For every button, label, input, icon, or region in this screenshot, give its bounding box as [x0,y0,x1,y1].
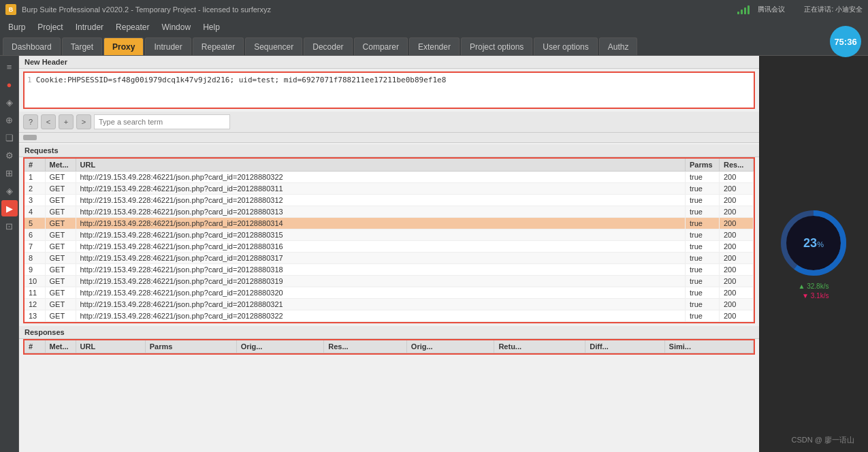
menu-help[interactable]: Help [197,21,225,33]
tab-sequencer[interactable]: Sequencer [245,37,302,55]
col-header-res: Res... [720,159,754,172]
requests-label: Requests [19,144,759,157]
tab-project-options[interactable]: Project options [461,37,532,55]
cell-url: http://219.153.49.228:46221/json.php?car… [76,276,686,287]
cell-id: 8 [25,253,45,264]
table-row[interactable]: 7 GET http://219.153.49.228:46221/json.p… [25,241,754,253]
menu-repeater[interactable]: Repeater [110,21,155,33]
cell-method: GET [45,310,76,322]
search-bar: ? < + > [19,112,759,133]
center-content: New Header 1Cookie:PHPSESSID=sf48g00i979… [19,56,759,452]
cell-parms: true [686,253,720,264]
resp-col-retu: Retu... [494,340,585,353]
tab-user-options[interactable]: User options [534,37,597,55]
menu-window[interactable]: Window [156,21,196,33]
cell-url: http://219.153.49.228:46221/json.php?car… [76,206,686,218]
resp-col-simi: Simi... [664,340,753,353]
resp-col-method: Met... [45,340,76,353]
menu-project[interactable]: Project [32,21,68,33]
tab-intruder[interactable]: Intruder [145,37,191,55]
sidebar-btn-6[interactable]: ⚙ [1,147,18,163]
table-row[interactable]: 10 GET http://219.153.49.228:46221/json.… [25,276,754,287]
tab-authz[interactable]: Authz [599,37,638,55]
add-button[interactable]: + [59,114,74,129]
main-layout: ≡ ● ◈ ⊕ ❏ ⚙ ⊞ ◈ ▶ ⊡ New Header 1Cookie:P… [0,56,868,452]
tencent-label: 腾讯会议 [758,5,785,14]
sidebar-btn-4[interactable]: ⊕ [1,112,18,128]
table-row[interactable]: 6 GET http://219.153.49.228:46221/json.p… [25,229,754,241]
col-header-hash: # [25,159,45,172]
right-status-area: 23% ▲ 32.8k/s ▼ 3.1k/s [759,56,868,452]
table-row[interactable]: 9 GET http://219.153.49.228:46221/json.p… [25,264,754,276]
cell-parms: true [686,287,720,299]
search-input[interactable] [94,114,230,129]
cell-res: 200 [720,287,754,299]
sidebar-btn-3[interactable]: ◈ [1,94,18,110]
resp-col-res: Res... [324,340,407,353]
tab-target[interactable]: Target [62,37,102,55]
tab-repeater[interactable]: Repeater [193,37,244,55]
sidebar-btn-9[interactable]: ▶ [1,200,18,216]
tab-extender[interactable]: Extender [409,37,460,55]
cell-parms: true [686,206,720,218]
cell-method: GET [45,229,76,241]
tab-decoder[interactable]: Decoder [304,37,352,55]
next-button[interactable]: > [76,114,91,129]
cell-url: http://219.153.49.228:46221/json.php?car… [76,253,686,264]
table-row[interactable]: 3 GET http://219.153.49.228:46221/json.p… [25,195,754,206]
sidebar-btn-8[interactable]: ◈ [1,182,18,199]
menu-intruder[interactable]: Intruder [70,21,109,33]
table-row[interactable]: 13 GET http://219.153.49.228:46221/json.… [25,310,754,322]
table-row[interactable]: 2 GET http://219.153.49.228:46221/json.p… [25,183,754,195]
cell-id: 5 [25,218,45,229]
upload-speed: ▲ 32.8k/s [799,282,829,290]
header-content: Cookie:PHPSESSID=sf48g00i979dcq1k47v9j2d… [36,76,447,84]
download-speed: ▼ 3.1k/s [799,292,829,300]
responses-container: Responses # Met... URL Parms Orig... Res… [19,326,759,355]
left-sidebar: ≡ ● ◈ ⊕ ❏ ⚙ ⊞ ◈ ▶ ⊡ [0,56,19,452]
table-row[interactable]: 5 GET http://219.153.49.228:46221/json.p… [25,218,754,229]
cell-method: GET [45,299,76,310]
cell-method: GET [45,183,76,195]
table-row[interactable]: 4 GET http://219.153.49.228:46221/json.p… [25,206,754,218]
header-input-area[interactable]: 1Cookie:PHPSESSID=sf48g00i979dcq1k47v9j2… [23,71,755,109]
line-number: 1 [27,76,32,84]
title-bar-right: 腾讯会议 正在讲话: 小迪安全 [737,5,863,14]
cell-method: GET [45,287,76,299]
tab-proxy[interactable]: Proxy [103,37,144,55]
cell-method: GET [45,218,76,229]
sidebar-btn-1[interactable]: ≡ [1,59,18,75]
signal-indicator [737,5,750,14]
tab-comparer[interactable]: Comparer [354,37,408,55]
cell-res: 200 [720,241,754,253]
cell-method: GET [45,195,76,206]
cell-id: 3 [25,195,45,206]
resp-col-orig1: Orig... [236,340,324,353]
sidebar-btn-2[interactable]: ● [1,76,18,93]
tab-dashboard[interactable]: Dashboard [3,37,61,55]
table-row[interactable]: 12 GET http://219.153.49.228:46221/json.… [25,299,754,310]
cell-url: http://219.153.49.228:46221/json.php?car… [76,218,686,229]
cell-method: GET [45,276,76,287]
sidebar-btn-7[interactable]: ⊞ [1,165,18,181]
table-row[interactable]: 11 GET http://219.153.49.228:46221/json.… [25,287,754,299]
sidebar-btn-5[interactable]: ❏ [1,129,18,146]
prev-button[interactable]: < [41,114,56,129]
cell-parms: true [686,264,720,276]
table-row[interactable]: 1 GET http://219.153.49.228:46221/json.p… [25,172,754,183]
cell-res: 200 [720,172,754,183]
network-percent-value: 23 [803,236,817,249]
cell-res: 200 [720,218,754,229]
responses-table-container: # Met... URL Parms Orig... Res... Orig..… [23,339,755,355]
cell-url: http://219.153.49.228:46221/json.php?car… [76,299,686,310]
table-row[interactable]: 8 GET http://219.153.49.228:46221/json.p… [25,253,754,264]
scroll-handle [23,135,37,140]
requests-container: Requests # Met... URL Parms Res... 1 [19,143,759,323]
cell-id: 2 [25,183,45,195]
menu-bar: Burp Project Intruder Repeater Window He… [0,19,868,35]
menu-burp[interactable]: Burp [3,21,31,33]
app-icon: B [5,4,16,15]
sidebar-btn-10[interactable]: ⊡ [1,218,18,234]
cell-id: 12 [25,299,45,310]
help-button[interactable]: ? [23,114,38,129]
